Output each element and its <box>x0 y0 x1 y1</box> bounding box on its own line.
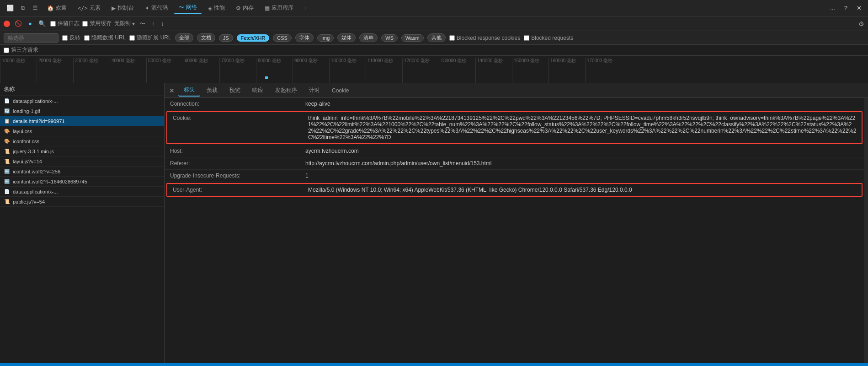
screen-cast-icon[interactable]: ⬜ <box>4 3 16 13</box>
filter-manifest[interactable]: 清单 <box>359 33 378 42</box>
hide-extensions-checkbox-label[interactable]: 隐藏扩展 URL <box>129 34 171 42</box>
preserve-log-checkbox-label[interactable]: 保留日志 <box>50 20 80 27</box>
header-row-useragent: User-Agent: Mozilla/5.0 (Windows NT 10.0… <box>166 183 863 197</box>
file-item-0[interactable]: 📄 data:application/x-... <box>0 96 164 106</box>
file-item-1[interactable]: 🔄 loading-1.gif <box>0 106 164 116</box>
tick-8: 90000 毫秒 <box>293 58 329 83</box>
top-tabbar: ⬜ ⧉ ☰ 🏠 欢迎 </> 元素 ▶ 控制台 ✦ 源代码 〜 网络 ◈ 性能 … <box>0 0 868 16</box>
tab-elements[interactable]: </> 元素 <box>73 2 105 14</box>
file-item-5[interactable]: 📜 jquery-3.3.1.min.js <box>0 146 164 156</box>
throttle-selector[interactable]: 无限制 ▾ <box>114 20 135 27</box>
tab-timing[interactable]: 计时 <box>304 85 325 96</box>
hide-data-url-checkbox-label[interactable]: 隐藏数据 URL <box>84 34 126 42</box>
filter-button[interactable]: ● <box>27 19 34 28</box>
header-row-upgrade: Upgrade-Insecure-Requests: 1 <box>165 170 864 182</box>
tick-15: 160000 毫秒 <box>548 58 585 83</box>
welcome-icon: 🏠 <box>47 5 54 11</box>
tab-welcome[interactable]: 🏠 欢迎 <box>43 2 71 14</box>
clear-button[interactable]: 🚫 <box>13 19 24 28</box>
export-button[interactable]: ↓ <box>159 19 166 28</box>
tab-network[interactable]: 〜 网络 <box>174 2 202 14</box>
help-icon[interactable]: ? <box>841 3 850 13</box>
blocked-requests-checkbox-label[interactable]: Blocked requests <box>524 35 573 41</box>
blocked-requests-checkbox[interactable] <box>524 35 529 41</box>
file-item-4[interactable]: 🎨 iconfont.css <box>0 136 164 146</box>
invert-checkbox[interactable] <box>62 35 68 41</box>
more-icon[interactable]: ... <box>827 3 838 13</box>
filter-ws[interactable]: WS <box>381 34 398 42</box>
close-detail-button[interactable]: ✕ <box>166 85 177 96</box>
wifi-icon[interactable]: 〜 <box>138 19 147 29</box>
tab-headers[interactable]: 标头 <box>178 84 200 97</box>
timeline-area: 10000 毫秒 20000 毫秒 30000 毫秒 40000 毫秒 5000… <box>0 56 868 83</box>
file-item-6[interactable]: 📜 layui.js?v=14 <box>0 156 164 167</box>
hide-extensions-checkbox[interactable] <box>129 35 135 41</box>
preserve-log-checkbox[interactable] <box>50 21 56 27</box>
header-key-connection: Connection: <box>165 100 302 108</box>
tab-sources[interactable]: ✦ 源代码 <box>140 2 172 14</box>
filter-img[interactable]: Img <box>317 34 334 42</box>
filter-input[interactable] <box>4 33 59 43</box>
filter-media[interactable]: 媒体 <box>337 33 356 42</box>
file-item-2[interactable]: 📋 details.html?id=990971 <box>0 116 164 126</box>
header-value-connection: keep-alive <box>302 100 864 108</box>
filter-doc[interactable]: 文档 <box>197 33 215 42</box>
header-row-host: Host: aycrm.lvzhoucrm.com <box>165 145 864 157</box>
close-icon[interactable]: ✕ <box>854 3 864 13</box>
tick-14: 150000 毫秒 <box>512 58 548 83</box>
filter-all[interactable]: 全部 <box>175 33 193 42</box>
filter-js[interactable]: JS <box>219 34 233 42</box>
settings-button[interactable]: ⚙ <box>858 20 864 27</box>
search-button[interactable]: 🔍 <box>37 19 48 28</box>
device-icon[interactable]: ⧉ <box>18 3 28 14</box>
filter-css[interactable]: CSS <box>273 34 292 42</box>
detail-tabs: ✕ 标头 负载 预览 响应 发起程序 计时 Cookie <box>165 83 868 98</box>
tick-11: 120000 毫秒 <box>402 58 439 83</box>
detail-scrollbar[interactable] <box>864 98 868 363</box>
tab-preview[interactable]: 预览 <box>224 85 246 96</box>
file-item-10[interactable]: 📜 public.js?v=54 <box>0 197 164 207</box>
filter-fetchxhr[interactable]: Fetch/XHR <box>237 34 270 42</box>
sidebar-icon[interactable]: ☰ <box>30 3 41 13</box>
tab-response[interactable]: 响应 <box>247 85 269 96</box>
third-party-bar: 第三方请求 <box>0 45 868 56</box>
tick-0: 10000 毫秒 <box>0 58 37 83</box>
invert-checkbox-label[interactable]: 反转 <box>62 34 80 42</box>
tab-cookie[interactable]: Cookie <box>326 86 354 96</box>
file-list: 📄 data:application/x-... 🔄 loading-1.gif… <box>0 96 164 363</box>
import-button[interactable]: ↑ <box>150 19 157 28</box>
sources-icon: ✦ <box>145 5 149 11</box>
tab-application[interactable]: ▦ 应用程序 <box>260 2 298 14</box>
record-button[interactable] <box>4 21 10 27</box>
hide-data-url-checkbox[interactable] <box>84 35 90 41</box>
tab-payload[interactable]: 负载 <box>201 85 223 96</box>
detail-panel: ✕ 标头 负载 预览 响应 发起程序 计时 Cookie Connection:… <box>165 83 868 363</box>
timeline-ruler: 10000 毫秒 20000 毫秒 30000 毫秒 40000 毫秒 5000… <box>0 56 622 83</box>
file-item-7[interactable]: 🔤 iconfont.woff2?v=256 <box>0 167 164 177</box>
tick-12: 130000 毫秒 <box>439 58 475 83</box>
blocked-cookies-checkbox-label[interactable]: Blocked response cookies <box>449 35 520 41</box>
blocked-cookies-checkbox[interactable] <box>449 35 455 41</box>
file-item-8[interactable]: 🔤 iconfont.woff2?t=1646028689745 <box>0 177 164 187</box>
filter-wasm[interactable]: Wasm <box>401 34 424 42</box>
filter-font[interactable]: 字体 <box>295 33 314 42</box>
filter-other[interactable]: 其他 <box>427 33 446 42</box>
file-item-3[interactable]: 🎨 layui.css <box>0 126 164 136</box>
tab-console[interactable]: ▶ 控制台 <box>107 2 138 14</box>
file-icon-10: 📜 <box>4 199 10 205</box>
tab-memory[interactable]: ⚙ 内存 <box>231 2 258 14</box>
file-list-panel: 名称 📄 data:application/x-... 🔄 loading-1.… <box>0 83 165 363</box>
disable-cache-checkbox-label[interactable]: 禁用缓存 <box>82 20 112 27</box>
file-icon-5: 📜 <box>4 148 10 155</box>
file-item-9[interactable]: 📄 data:application/x-... <box>0 187 164 197</box>
tab-performance[interactable]: ◈ 性能 <box>203 2 229 14</box>
tick-4: 50000 毫秒 <box>146 58 183 83</box>
header-key-host: Host: <box>165 147 302 155</box>
tab-add[interactable]: + <box>300 3 312 13</box>
third-party-checkbox[interactable] <box>4 48 9 53</box>
third-party-checkbox-label[interactable]: 第三方请求 <box>4 46 38 54</box>
tab-initiator[interactable]: 发起程序 <box>270 85 303 96</box>
disable-cache-checkbox[interactable] <box>82 21 88 27</box>
file-icon-6: 📜 <box>4 158 10 165</box>
header-value-cookie: think_admin_info=think%3A%7B%22mobile%22… <box>304 114 862 141</box>
